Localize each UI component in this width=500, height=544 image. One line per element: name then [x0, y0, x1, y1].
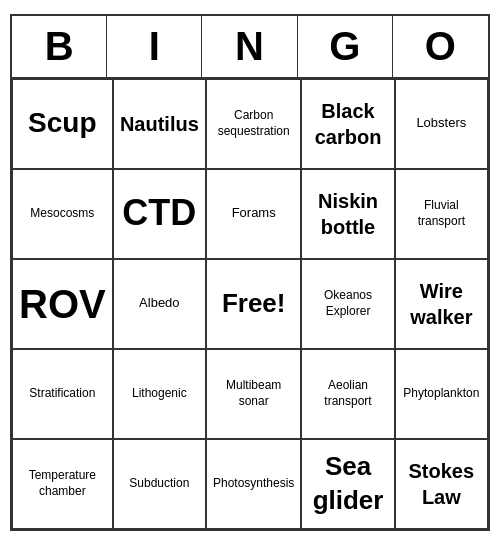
bingo-card: B I N G O Scup Nautilus Carbon sequestra… — [10, 14, 490, 531]
cell-23[interactable]: Sea glider — [301, 439, 394, 529]
cell-7[interactable]: Forams — [206, 169, 301, 259]
bingo-grid: Scup Nautilus Carbon sequestration Black… — [12, 79, 488, 529]
cell-14[interactable]: Wire walker — [395, 259, 488, 349]
header-g: G — [298, 16, 393, 77]
cell-17[interactable]: Multibeam sonar — [206, 349, 301, 439]
cell-13[interactable]: Okeanos Explorer — [301, 259, 394, 349]
cell-10[interactable]: ROV — [12, 259, 113, 349]
bingo-header: B I N G O — [12, 16, 488, 79]
cell-19[interactable]: Phytoplankton — [395, 349, 488, 439]
header-i: I — [107, 16, 202, 77]
cell-1[interactable]: Nautilus — [113, 79, 206, 169]
cell-5[interactable]: Mesocosms — [12, 169, 113, 259]
cell-0[interactable]: Scup — [12, 79, 113, 169]
cell-11[interactable]: Albedo — [113, 259, 206, 349]
cell-24[interactable]: Stokes Law — [395, 439, 488, 529]
cell-20[interactable]: Temperature chamber — [12, 439, 113, 529]
cell-2[interactable]: Carbon sequestration — [206, 79, 301, 169]
header-b: B — [12, 16, 107, 77]
cell-4[interactable]: Lobsters — [395, 79, 488, 169]
cell-15[interactable]: Stratification — [12, 349, 113, 439]
header-n: N — [202, 16, 297, 77]
cell-12[interactable]: Free! — [206, 259, 301, 349]
header-o: O — [393, 16, 488, 77]
cell-21[interactable]: Subduction — [113, 439, 206, 529]
cell-18[interactable]: Aeolian transport — [301, 349, 394, 439]
cell-22[interactable]: Photosynthesis — [206, 439, 301, 529]
cell-16[interactable]: Lithogenic — [113, 349, 206, 439]
cell-8[interactable]: Niskin bottle — [301, 169, 394, 259]
cell-3[interactable]: Black carbon — [301, 79, 394, 169]
cell-9[interactable]: Fluvial transport — [395, 169, 488, 259]
cell-6[interactable]: CTD — [113, 169, 206, 259]
